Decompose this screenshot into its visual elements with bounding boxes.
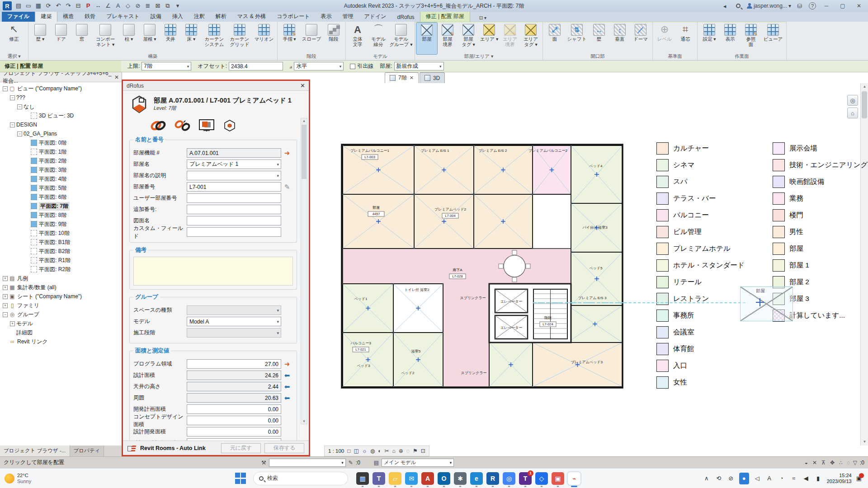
text-icon[interactable]: A	[113, 1, 123, 10]
tree-expander-icon[interactable]: −	[10, 122, 15, 127]
view-tab-3D[interactable]: 3D	[420, 72, 445, 83]
tool-部屋タグ[interactable]: 部屋 タグ ▾	[458, 23, 479, 54]
ribbon-tab--[interactable]: 挿入	[167, 11, 189, 22]
customize-icon[interactable]: ▾	[173, 1, 182, 10]
close-windows-icon[interactable]: ⊠	[153, 1, 162, 10]
field-select[interactable]: プレミアムベッド 1	[187, 160, 281, 169]
tool-部屋[interactable]: 部屋	[416, 23, 437, 54]
export-pdf-icon[interactable]: P	[84, 1, 93, 10]
status-icon[interactable]: ◒	[805, 460, 808, 466]
ribbon-tab--[interactable]: プレキャスト	[101, 11, 145, 22]
orientation-select[interactable]: 水平	[294, 62, 344, 70]
tool-垂直[interactable]: ↕垂直	[609, 23, 630, 54]
save-icon[interactable]: ▦	[34, 1, 43, 10]
tree-item[interactable]: +▤凡例	[1, 274, 122, 283]
app-mail[interactable]: ✉	[405, 472, 418, 485]
sync-icon[interactable]: ⟳	[44, 1, 53, 10]
minimize-button[interactable]: ─	[820, 1, 833, 10]
tool-通芯[interactable]: ⌗通芯	[675, 23, 696, 54]
ribbon-tab--[interactable]: マス & 外構	[232, 11, 271, 22]
tree-item[interactable]: −◎グループ	[1, 310, 122, 319]
ribbon-tab--[interactable]: 表示	[315, 11, 337, 22]
project-browser-header[interactable]: プロジェクト ブラウザ - ステップ3+4+5+6_複合... ✕	[0, 72, 122, 82]
microphone-icon[interactable]: ●	[739, 473, 749, 484]
file-menu-icon[interactable]: ▤	[14, 1, 23, 10]
app-teams[interactable]: T	[373, 472, 385, 485]
push-arrow-icon[interactable]: ➜	[281, 149, 293, 157]
link-icon[interactable]	[150, 120, 166, 131]
steering-wheel-icon[interactable]: ◎	[847, 95, 858, 106]
user-account[interactable]: jasper.wong... ▾	[747, 3, 791, 9]
tree-item[interactable]: +▣シート ("Company Name")	[1, 292, 122, 301]
tree-item[interactable]: 平面図: R1階	[1, 256, 122, 265]
view-control-icon[interactable]: ⚑	[413, 448, 418, 454]
view-control-icon[interactable]: ⊡	[421, 448, 425, 454]
open-icon[interactable]: ▭	[24, 1, 33, 10]
field-input[interactable]	[187, 205, 281, 214]
tree-item[interactable]: 平面図: 0階	[1, 138, 122, 147]
tool-カーテングリッド[interactable]: カーテン グリッド	[227, 23, 252, 54]
taskbar-search[interactable]: 検索	[253, 472, 348, 485]
tree-item[interactable]: +モデル	[1, 319, 122, 328]
tool-参照面[interactable]: ✎参照 面	[741, 23, 761, 54]
tree-item[interactable]: 平面図: 2階	[1, 156, 122, 165]
status-icon[interactable]: ∴	[839, 460, 843, 466]
app-vscode[interactable]: ◇	[535, 472, 548, 485]
ribbon-tab--[interactable]: 建築	[35, 11, 57, 22]
tool-部屋境界[interactable]: ✎部屋 境界	[437, 23, 458, 54]
tool-階段[interactable]: 階段	[323, 23, 344, 54]
tool-カーテンシステム[interactable]: カーテン システム	[202, 23, 227, 54]
tree-item[interactable]: −02_GA_Plans	[1, 129, 122, 138]
status-icon[interactable]: ✥	[830, 460, 835, 466]
tool-屋根[interactable]: 屋根 ▾	[139, 23, 160, 54]
field-select[interactable]: Model A	[187, 317, 281, 326]
screenshot-icon[interactable]	[199, 119, 214, 132]
revit-logo-icon[interactable]: R	[3, 1, 12, 10]
design-option-select[interactable]: メイン モデル▾	[382, 459, 454, 467]
app-revit[interactable]: R	[486, 472, 499, 485]
tool-設定[interactable]: 設定 ▾	[699, 23, 720, 54]
tree-expander-icon[interactable]: −	[3, 312, 8, 317]
editable-only-icon[interactable]: ✎	[349, 460, 353, 466]
view-control-icon[interactable]: ◫	[354, 448, 359, 454]
switch-windows-icon[interactable]: ⧉	[163, 1, 172, 10]
app-outlook[interactable]: O	[438, 472, 450, 485]
ribbon-tab-drofus[interactable]: dRofus	[392, 13, 420, 22]
tree-item[interactable]: −???	[1, 93, 122, 102]
tool-エリアタグ[interactable]: エリア タグ ▾	[520, 23, 541, 54]
palette-tab[interactable]: プロジェクト ブラウザ -...	[0, 446, 70, 456]
tool-立体文字[interactable]: A立体 文字	[347, 23, 368, 54]
tree-item[interactable]: 平面図: 8階	[1, 211, 122, 220]
tree-expander-icon[interactable]: +	[3, 294, 8, 299]
tool-スロープ[interactable]: スロープ	[300, 23, 323, 54]
tree-item[interactable]: 平面図: 10階	[1, 229, 122, 238]
tool-コンポーネント[interactable]: コンポー ネント ▾	[92, 23, 118, 54]
view-control-icon[interactable]: ◌	[406, 448, 410, 454]
tray-icon[interactable]: ◔	[778, 475, 786, 482]
room-select[interactable]: 新規作成	[394, 62, 444, 70]
field-select[interactable]	[187, 171, 281, 180]
tree-expander-icon[interactable]: +	[3, 285, 8, 290]
status-icon[interactable]: ✕	[812, 460, 817, 466]
tray-icon[interactable]: ⟲	[715, 475, 723, 482]
ribbon-tab--[interactable]: 鉄骨	[79, 11, 101, 22]
tool-面[interactable]: ⤢面	[544, 23, 565, 54]
app-settings[interactable]: ✱	[454, 472, 467, 485]
undo-button[interactable]: 元に戻す	[221, 443, 261, 453]
tree-expander-icon[interactable]: +	[10, 321, 15, 326]
tool-シャフト[interactable]: ⇅シャフト	[565, 23, 589, 54]
tree-item[interactable]: 平面図: 4階	[1, 174, 122, 183]
tree-item[interactable]: 平面図: R2階	[1, 265, 122, 274]
print-icon[interactable]: ⊟	[74, 1, 83, 10]
tree-item[interactable]: 平面図: 5階	[1, 183, 122, 192]
tray-icon[interactable]: ◀	[802, 475, 810, 482]
workset-select[interactable]: ▾	[269, 459, 346, 467]
tree-item[interactable]: −DESIGN	[1, 120, 122, 129]
section-icon[interactable]: ⊘	[133, 1, 142, 10]
tool-床[interactable]: 床 ▾	[181, 23, 202, 54]
push-arrow-icon[interactable]: ➜	[281, 360, 293, 368]
start-button[interactable]	[235, 473, 247, 484]
tool-柱[interactable]: 柱 ▾	[118, 23, 139, 54]
view-tab-close-icon[interactable]: ✕	[410, 75, 414, 81]
floor-plan-svg[interactable]: プレミアムバルコニー1L7-003プレミアム E/S 1プレミアム E/S 2プ…	[339, 140, 626, 390]
